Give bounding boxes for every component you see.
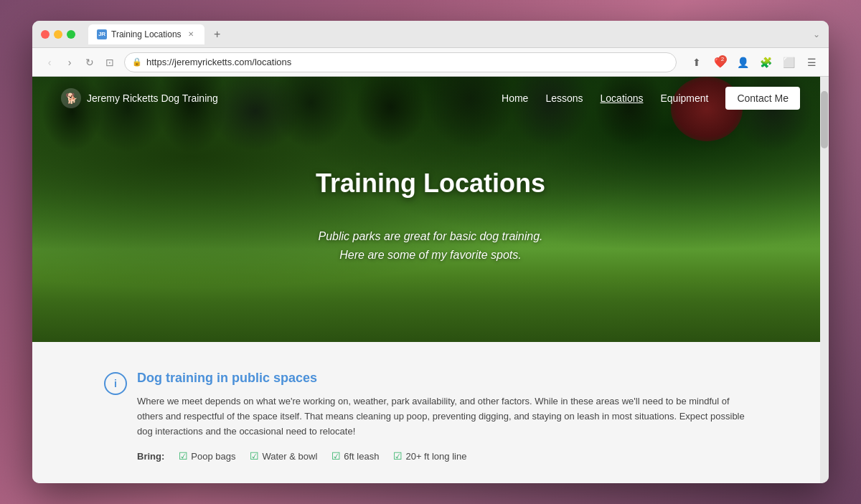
extensions-icon[interactable]: 🧩 <box>757 54 774 71</box>
bring-item-2-text: Water & bowl <box>262 451 317 462</box>
logo-text: Jeremy Ricketts Dog Training <box>87 92 218 104</box>
bring-label: Bring: <box>137 451 164 462</box>
bring-item-2: ☑ Water & bowl <box>250 450 317 462</box>
heart-icon[interactable]: ❤️ 2 <box>711 54 728 71</box>
heart-badge: 2 <box>718 55 727 64</box>
checkbox-icon-2: ☑ <box>250 450 259 462</box>
logo-icon: 🐕 <box>61 88 81 108</box>
close-button[interactable] <box>41 30 50 39</box>
browser-toolbar-icons: ⬆ ❤️ 2 👤 🧩 ⬜ ☰ <box>688 54 820 71</box>
forward-button[interactable]: › <box>61 54 78 71</box>
window-icon[interactable]: ⬜ <box>780 54 797 71</box>
minimize-button[interactable] <box>54 30 62 39</box>
hero-title: Training Locations <box>316 168 545 199</box>
tab-favicon: JR <box>97 29 107 39</box>
site-nav-links: Home Lessons Locations Equipment Contact… <box>502 87 800 110</box>
chevron-icon[interactable]: ⌄ <box>813 29 820 39</box>
new-tab-button[interactable]: + <box>209 26 226 43</box>
scrollbar-track[interactable] <box>820 77 829 483</box>
bring-item-3-text: 6ft leash <box>344 451 379 462</box>
tab-bar: JR Training Locations ✕ + <box>88 24 807 44</box>
info-section: i Dog training in public spaces Where we… <box>104 371 757 462</box>
back-button[interactable]: ‹ <box>41 54 58 71</box>
active-tab[interactable]: JR Training Locations ✕ <box>88 24 204 44</box>
title-bar: JR Training Locations ✕ + ⌄ <box>32 21 829 48</box>
info-content: Dog training in public spaces Where we m… <box>137 371 757 462</box>
checkbox-icon-3: ☑ <box>331 450 341 462</box>
nav-lessons[interactable]: Lessons <box>545 92 583 104</box>
browser-window: JR Training Locations ✕ + ⌄ ‹ › ↻ ⊡ 🔒 ht… <box>32 21 829 483</box>
maximize-button[interactable] <box>67 30 75 39</box>
tab-title: Training Locations <box>111 29 182 39</box>
share-icon[interactable]: ⬆ <box>688 54 705 71</box>
nav-equipment[interactable]: Equipment <box>660 92 708 104</box>
bring-item-4: ☑ 20+ ft long line <box>393 450 466 462</box>
hero-subtitle-line2: Here are some of my favorite spots. <box>318 246 542 265</box>
tab-close-button[interactable]: ✕ <box>186 29 196 39</box>
info-icon: i <box>104 372 127 395</box>
lock-icon: 🔒 <box>132 57 142 67</box>
website-content: 🐕 Jeremy Ricketts Dog Training Home Less… <box>32 77 829 483</box>
info-heading: Dog training in public spaces <box>137 371 757 386</box>
bring-item-3: ☑ 6ft leash <box>331 450 379 462</box>
address-bar: ‹ › ↻ ⊡ 🔒 https://jeremyricketts.com/loc… <box>32 48 829 77</box>
hero-subtitle: Public parks are great for basic dog tra… <box>318 227 542 264</box>
url-text: https://jeremyricketts.com/locations <box>146 57 291 67</box>
menu-icon[interactable]: ☰ <box>803 54 820 71</box>
info-body: Where we meet depends on what we're work… <box>137 394 757 439</box>
bookmark-button[interactable]: ⊡ <box>101 54 118 71</box>
hero-subtitle-line1: Public parks are great for basic dog tra… <box>318 227 542 246</box>
site-logo: 🐕 Jeremy Ricketts Dog Training <box>61 88 218 108</box>
content-section: i Dog training in public spaces Where we… <box>32 342 829 483</box>
traffic-lights <box>41 30 75 39</box>
profile-icon[interactable]: 👤 <box>734 54 751 71</box>
nav-locations[interactable]: Locations <box>601 92 644 104</box>
address-field[interactable]: 🔒 https://jeremyricketts.com/locations <box>124 52 677 72</box>
nav-buttons: ‹ › ↻ ⊡ <box>41 54 118 71</box>
bring-item-4-text: 20+ ft long line <box>405 451 466 462</box>
checkbox-icon-1: ☑ <box>179 450 188 462</box>
refresh-button[interactable]: ↻ <box>81 54 98 71</box>
contact-button[interactable]: Contact Me <box>725 87 800 110</box>
bring-section: Bring: ☑ Poop bags ☑ Water & bowl ☑ 6ft … <box>137 450 757 462</box>
nav-home[interactable]: Home <box>502 92 528 104</box>
bring-item-1: ☑ Poop bags <box>179 450 235 462</box>
bring-item-1-text: Poop bags <box>191 451 235 462</box>
checkbox-icon-4: ☑ <box>393 450 403 462</box>
site-navbar: 🐕 Jeremy Ricketts Dog Training Home Less… <box>32 77 829 120</box>
